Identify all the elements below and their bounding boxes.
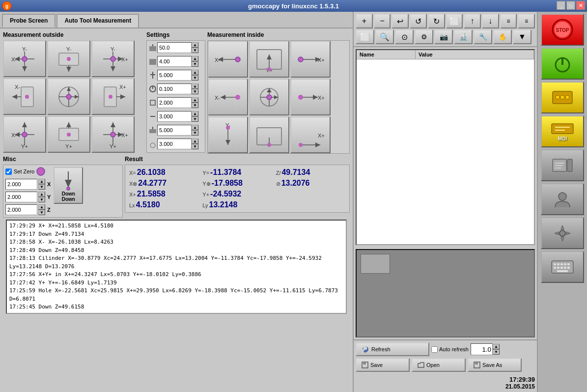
spin-up-7[interactable]: ▲ [192,139,198,144]
estop-button[interactable]: STOP [541,14,584,46]
set-zero-checkbox[interactable] [5,168,12,175]
spin-dn-5[interactable]: ▼ [192,116,198,122]
spin-dn-1[interactable]: ▼ [192,61,198,67]
probe-x-minus[interactable]: X- [3,78,46,115]
settings-input-1[interactable] [157,56,192,67]
spin-up-2[interactable]: ▲ [192,70,198,75]
tb-down-button[interactable]: ↓ [482,14,499,28]
misc-spin-dn-z[interactable]: ▼ [38,210,45,215]
probe-x-plus[interactable]: X+ [91,78,135,115]
tb-redo-button[interactable]: ↻ [428,14,445,28]
settings-input-7[interactable] [157,139,192,149]
misc-spin-up-y[interactable]: ▲ [38,192,45,197]
user-button[interactable] [541,183,584,215]
tb-undo-button[interactable]: ↺ [410,14,427,28]
spin-up-0[interactable]: ▲ [192,42,198,48]
svg-rect-140 [557,267,559,269]
probe-circle-center[interactable] [47,78,90,115]
refresh-button[interactable]: Refresh [356,342,429,356]
settings-input-6[interactable] [157,125,192,136]
spin-dn-7[interactable]: ▼ [192,144,198,149]
settings-input-5[interactable] [157,111,192,122]
tb-up-button[interactable]: ↑ [464,14,481,28]
tb-more-button[interactable]: ▼ [513,29,531,44]
probe-in-center-cross[interactable] [249,79,289,115]
save-as-button[interactable]: Save As [468,358,522,372]
spin-dn-4[interactable]: ▼ [192,103,198,108]
probe-in-x-plus-mid[interactable]: X+ [290,79,331,115]
settings-input-2[interactable] [157,70,192,81]
tb-zoom-button[interactable]: 🔬 [454,29,473,44]
save-button[interactable]: Save [356,358,410,372]
refresh-spin-up[interactable]: ▲ [493,344,500,349]
misc-input-y[interactable] [5,192,37,202]
settings-input-0[interactable] [157,42,192,53]
tb-search-button[interactable]: 🔍 [375,29,394,44]
tb-sq-button[interactable]: ⬜ [356,29,374,44]
probe-in-x-plus-top[interactable]: X+ [290,41,331,78]
probe-in-rect-bottom[interactable] [249,116,289,153]
auto-refresh-checkbox[interactable] [431,346,438,353]
spin-up-4[interactable]: ▲ [192,97,198,103]
manual-button[interactable] [541,82,584,113]
log-entry-5: 17:27:56 X+Y+ in X+=24.3247 Lx=5.0703 Y+… [9,271,343,279]
misc-spin-up-x[interactable]: ▲ [38,179,45,184]
tb-plus-button[interactable]: + [356,14,373,28]
log-area[interactable]: 17:29:29 X+ X+=21.5858 Lx=4.5180 17:29:1… [6,220,347,314]
tab-probe-screen[interactable]: Probe Screen [2,14,56,28]
spin-up-3[interactable]: ▲ [192,84,198,89]
tb-hand-button[interactable]: ✋ [493,29,512,44]
spin-dn-3[interactable]: ▼ [192,89,198,94]
probe-x-minus-y-minus[interactable]: Y-X- [3,40,46,77]
misc-spin-up-z[interactable]: ▲ [38,204,45,210]
settings-row-4: ▲▼ [148,97,203,108]
probe-in-x-minus-top[interactable]: X- [208,41,248,78]
settings-input-4[interactable] [157,97,192,108]
misc-title: Misc [3,156,123,163]
misc-input-z[interactable] [5,204,37,215]
probe-y-minus[interactable]: Y- [47,40,90,77]
power-button[interactable] [541,48,584,80]
refresh-spin-dn[interactable]: ▼ [493,349,500,355]
misc-input-x[interactable] [5,179,37,190]
settings-input-3[interactable] [157,84,192,94]
tb-circle-button[interactable]: ⊙ [395,29,414,44]
probe-x-plus-y-plus[interactable]: Y+X+ [91,116,135,153]
probe-y-plus[interactable]: Y+ [47,116,90,153]
result-d-value: 13.2076 [281,179,310,188]
misc-spin-dn-x[interactable]: ▼ [38,184,45,190]
tab-auto-tool[interactable]: Auto Tool Measurement [56,14,139,28]
tb-lines1-button[interactable]: ≡ [500,14,517,28]
spin-dn-2[interactable]: ▼ [192,75,198,81]
probe-in-x-minus-mid[interactable]: X- [208,79,248,115]
minimize-button[interactable]: _ [557,1,565,10]
refresh-value-input[interactable] [471,343,493,355]
tb-rect-button[interactable]: ⬜ [446,14,463,28]
probe-down-button[interactable]: Down Down [54,167,83,204]
tb-group-button[interactable]: ⚙ [415,29,433,44]
misc-spin-dn-y[interactable]: ▼ [38,197,45,202]
restore-button[interactable]: □ [566,1,575,10]
probe-in-y-plus-center[interactable]: Y+ [249,41,289,78]
tb-minus-button[interactable]: − [374,14,391,28]
probe-x-plus-y-minus[interactable]: Y-X+ [91,40,135,77]
spin-dn-6[interactable]: ▼ [192,130,198,136]
tb-lines2-button[interactable]: ≡ [518,14,535,28]
tb-rewind-button[interactable]: ↩ [391,14,409,28]
keyboard-button[interactable] [541,251,584,283]
user-icon [550,190,575,209]
settings-button[interactable] [541,217,584,249]
tb-wrench-button[interactable]: 🔧 [474,29,492,44]
open-button[interactable]: Open [412,358,466,372]
auto-button[interactable] [541,149,584,181]
spin-up-5[interactable]: ▲ [192,111,198,116]
probe-in-y-minus-left[interactable]: Y- [208,116,248,153]
probe-in-y-minus-right[interactable]: X+ [290,116,331,153]
probe-x-minus-y-plus[interactable]: Y+X- [3,116,46,153]
tb-camera-button[interactable]: 📷 [434,29,453,44]
close-button[interactable]: ✕ [576,1,585,10]
spin-dn-0[interactable]: ▼ [192,48,198,53]
spin-up-6[interactable]: ▲ [192,125,198,130]
mdi-button[interactable]: MDI [541,115,584,147]
spin-up-1[interactable]: ▲ [192,56,198,61]
